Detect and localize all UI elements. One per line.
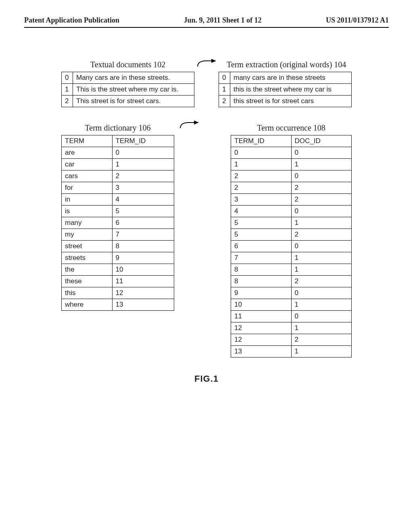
table-row: 52: [231, 229, 352, 241]
row-text: This is the street where my car is.: [73, 84, 194, 96]
table-row: my7: [62, 229, 174, 241]
row-number: 1: [219, 84, 230, 96]
occ-header-termid: TERM_ID: [231, 135, 292, 147]
cell-c2: 3: [112, 182, 174, 194]
cell-c1: this: [62, 287, 113, 299]
table-row: 2this street is for street cars: [219, 96, 352, 107]
cell-c1: 11: [231, 311, 292, 322]
table-row: 71: [231, 252, 352, 264]
cell-c1: 9: [231, 287, 292, 299]
header-center: Jun. 9, 2011 Sheet 1 of 12: [184, 16, 261, 25]
table-row: 40: [231, 206, 352, 217]
arrow-icon: [194, 58, 219, 70]
cell-c1: many: [62, 217, 113, 229]
row-number: 0: [219, 72, 230, 84]
cell-c1: 0: [231, 147, 292, 159]
cell-c1: cars: [62, 170, 113, 182]
cell-c1: 8: [231, 264, 292, 276]
cell-c2: 0: [291, 206, 352, 217]
cell-c1: streets: [62, 252, 113, 264]
cell-c1: 2: [231, 170, 292, 182]
cell-c1: 1: [231, 159, 292, 170]
textual-documents-table: 0Many cars are in these streets.1This is…: [61, 72, 194, 107]
cell-c1: my: [62, 229, 113, 241]
figure-area: Textual documents 102 0Many cars are in …: [61, 60, 352, 384]
textual-documents-block: Textual documents 102 0Many cars are in …: [61, 60, 194, 107]
cell-c2: 0: [291, 287, 352, 299]
cell-c1: 5: [231, 229, 292, 241]
figure-label: FIG.1: [61, 374, 352, 384]
cell-c2: 2: [291, 229, 352, 241]
cell-c2: 13: [112, 299, 174, 311]
cell-c1: in: [62, 194, 113, 206]
row-text: This street is for street cars.: [73, 96, 194, 107]
term-dictionary-block: Term dictionary 106 TERM TERM_ID are0car…: [61, 123, 174, 311]
cell-c1: 12: [231, 322, 292, 334]
cell-c1: for: [62, 182, 113, 194]
arrow-dict-to-occurrence: [177, 120, 201, 131]
table-row: 32: [231, 194, 352, 206]
term-extraction-title: Term extraction (original words) 104: [219, 60, 352, 69]
cell-c2: 2: [291, 194, 352, 206]
cell-c2: 1: [112, 159, 174, 170]
cell-c2: 4: [112, 194, 174, 206]
term-dictionary-title: Term dictionary 106: [61, 123, 174, 133]
term-extraction-block: Term extraction (original words) 104 0ma…: [219, 60, 352, 107]
table-row: these11: [62, 276, 174, 287]
table-row: car1: [62, 159, 174, 170]
cell-c2: 1: [291, 217, 352, 229]
cell-c2: 0: [291, 241, 352, 252]
term-extraction-table: 0many cars are in these streets1this is …: [219, 72, 352, 107]
header-right: US 2011/0137912 A1: [326, 16, 389, 25]
cell-c1: 7: [231, 252, 292, 264]
arrow-docs-to-extraction: [194, 58, 219, 70]
table-row: 0Many cars are in these streets.: [62, 72, 194, 84]
row-text: this is the street where my car is: [230, 84, 352, 96]
cell-c1: 5: [231, 217, 292, 229]
term-occurrence-block: Term occurrence 108 TERM_ID DOC_ID 00112…: [231, 123, 352, 357]
table-row: 122: [231, 334, 352, 346]
cell-c2: 5: [112, 206, 174, 217]
row-number: 2: [62, 96, 73, 107]
cell-c2: 1: [291, 346, 352, 357]
table-row: 22: [231, 182, 352, 194]
table-row: this12: [62, 287, 174, 299]
table-row: 101: [231, 299, 352, 311]
cell-c2: 0: [291, 311, 352, 322]
table-row: 131: [231, 346, 352, 357]
table-row: the10: [62, 264, 174, 276]
term-occurrence-title: Term occurrence 108: [231, 123, 352, 133]
row-number: 0: [62, 72, 73, 84]
cell-c2: 1: [291, 264, 352, 276]
occ-header-docid: DOC_ID: [291, 135, 352, 147]
cell-c1: street: [62, 241, 113, 252]
table-row: 11: [231, 159, 352, 170]
dict-header-termid: TERM_ID: [112, 135, 174, 147]
cell-c1: 6: [231, 241, 292, 252]
cell-c1: 4: [231, 206, 292, 217]
table-row: 60: [231, 241, 352, 252]
cell-c2: 9: [112, 252, 174, 264]
table-header-row: TERM_ID DOC_ID: [231, 135, 352, 147]
cell-c2: 6: [112, 217, 174, 229]
cell-c2: 1: [291, 252, 352, 264]
cell-c2: 8: [112, 241, 174, 252]
table-row: 1this is the street where my car is: [219, 84, 352, 96]
table-row: in4: [62, 194, 174, 206]
cell-c1: where: [62, 299, 113, 311]
patent-page: Patent Application Publication Jun. 9, 2…: [0, 0, 413, 532]
term-occurrence-table: TERM_ID DOC_ID 0011202232405152607181829…: [231, 135, 352, 357]
table-row: 90: [231, 287, 352, 299]
table-row: cars2: [62, 170, 174, 182]
cell-c1: 3: [231, 194, 292, 206]
cell-c2: 2: [291, 334, 352, 346]
cell-c2: 1: [291, 159, 352, 170]
table-row: 2This street is for street cars.: [62, 96, 194, 107]
cell-c2: 10: [112, 264, 174, 276]
row-text: many cars are in these streets: [230, 72, 352, 84]
cell-c2: 12: [112, 287, 174, 299]
arrow-icon: [177, 120, 201, 131]
table-row: for3: [62, 182, 174, 194]
cell-c1: 8: [231, 276, 292, 287]
page-header: Patent Application Publication Jun. 9, 2…: [24, 16, 389, 28]
